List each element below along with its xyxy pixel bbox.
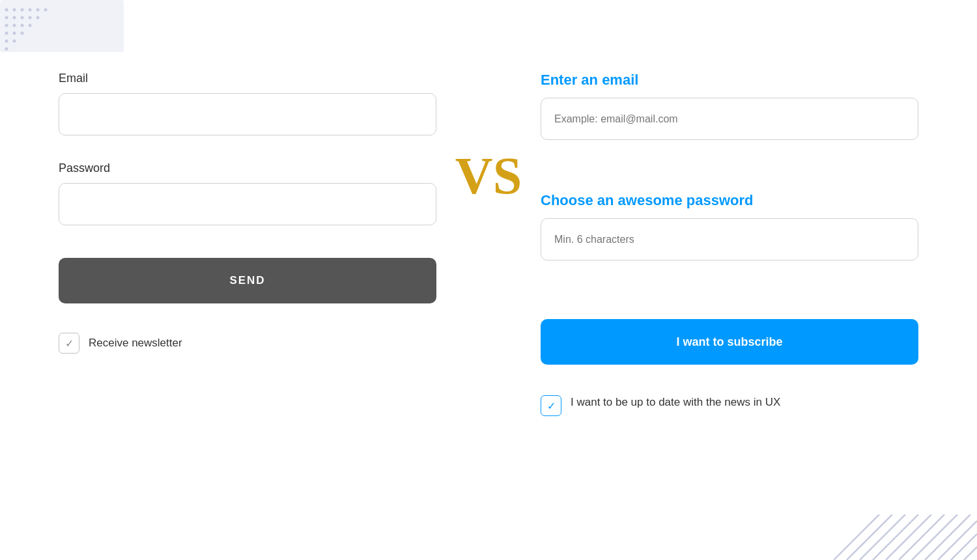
main-container: Email Password SEND ✓ Receive newsletter… (0, 0, 977, 455)
left-email-label: Email (59, 72, 436, 85)
left-email-field-group: Email (59, 72, 436, 135)
svg-line-31 (951, 534, 977, 560)
right-form: Enter an email Choose an awesome passwor… (541, 72, 918, 416)
right-checkbox-label: I want to be up to date with the news in… (571, 394, 780, 411)
svg-line-22 (834, 514, 879, 560)
subscribe-button[interactable]: I want to subscribe (541, 319, 918, 365)
left-email-input[interactable] (59, 93, 436, 135)
left-checkbox-row: ✓ Receive newsletter (59, 333, 436, 354)
right-email-input[interactable] (541, 98, 918, 140)
lines-decoration (834, 514, 977, 560)
svg-line-27 (899, 514, 944, 560)
svg-line-30 (938, 521, 977, 560)
right-checkmark-icon: ✓ (547, 400, 556, 412)
svg-line-24 (860, 514, 905, 560)
left-checkbox-label: Receive newsletter (89, 337, 182, 350)
left-password-label: Password (59, 161, 436, 175)
right-password-title: Choose an awesome password (541, 192, 918, 209)
left-checkmark-icon: ✓ (65, 337, 74, 350)
right-checkbox[interactable]: ✓ (541, 395, 561, 416)
left-password-input[interactable] (59, 183, 436, 225)
svg-line-26 (886, 514, 931, 560)
right-password-input[interactable] (541, 218, 918, 260)
svg-line-28 (912, 514, 957, 560)
svg-line-25 (873, 514, 918, 560)
vs-divider: VS (436, 72, 541, 202)
svg-line-23 (847, 514, 892, 560)
right-password-field-group: Choose an awesome password (541, 192, 918, 287)
svg-line-32 (964, 547, 977, 560)
left-password-field-group: Password (59, 161, 436, 225)
svg-line-29 (925, 514, 970, 560)
send-button[interactable]: SEND (59, 258, 436, 303)
left-checkbox[interactable]: ✓ (59, 333, 79, 354)
right-email-title: Enter an email (541, 72, 918, 89)
left-form: Email Password SEND ✓ Receive newsletter (59, 72, 436, 354)
right-email-field-group: Enter an email (541, 72, 918, 166)
vs-label: VS (455, 150, 522, 202)
right-checkbox-row: ✓ I want to be up to date with the news … (541, 394, 918, 416)
